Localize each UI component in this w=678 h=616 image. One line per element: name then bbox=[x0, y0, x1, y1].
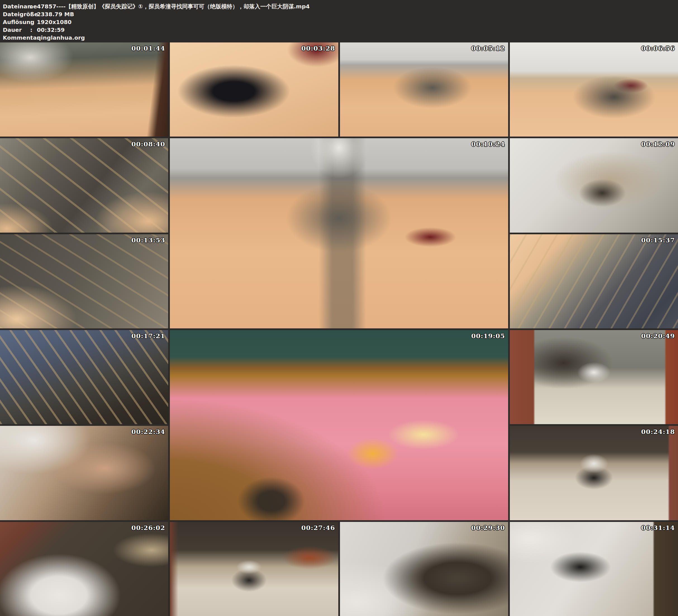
video-frame-thumbnail: 00:08:40 bbox=[0, 138, 168, 232]
timestamp-overlay: 00:13:53 bbox=[131, 236, 165, 244]
meta-label: Dauer bbox=[3, 26, 30, 34]
timestamp-overlay: 00:19:05 bbox=[471, 332, 505, 340]
video-frame-thumbnail: 00:29:30 bbox=[340, 522, 508, 616]
duration-value: 00:32:59 bbox=[37, 26, 65, 34]
meta-label: Dateigröße bbox=[3, 10, 30, 18]
timestamp-overlay: 00:20:49 bbox=[641, 332, 675, 340]
video-frame-thumbnail: 00:22:34 bbox=[0, 426, 168, 520]
video-frame-thumbnail: 00:31:14 bbox=[510, 522, 678, 616]
video-frame-thumbnail: 00:13:53 bbox=[0, 234, 168, 329]
comment-value: qinglanhua.org bbox=[37, 34, 85, 42]
video-frame-thumbnail: 00:06:56 bbox=[510, 42, 678, 137]
video-frame-thumbnail-large: 00:10:24 bbox=[170, 138, 508, 329]
video-frame-thumbnail: 00:01:44 bbox=[0, 42, 168, 137]
timestamp-overlay: 00:22:34 bbox=[131, 428, 165, 435]
resolution-value: 1920x1080 bbox=[37, 18, 72, 26]
video-contact-sheet: Dateiname : 47857----【精致原创】《探员失踪记》①，探员希潼… bbox=[0, 0, 678, 616]
timestamp-overlay: 00:08:40 bbox=[131, 140, 165, 148]
timestamp-overlay: 00:15:37 bbox=[641, 236, 675, 244]
timestamp-overlay: 00:12:09 bbox=[641, 140, 675, 148]
timestamp-overlay: 00:29:30 bbox=[471, 524, 505, 531]
meta-label: Auflösung bbox=[3, 18, 30, 26]
meta-row-filesize: Dateigröße : 2338.79 MB bbox=[3, 10, 674, 18]
meta-row-duration: Dauer : 00:32:59 bbox=[3, 26, 674, 34]
meta-separator: : bbox=[30, 26, 37, 34]
timestamp-overlay: 00:31:14 bbox=[641, 524, 675, 531]
video-frame-thumbnail: 00:20:49 bbox=[510, 330, 678, 424]
timestamp-overlay: 00:27:46 bbox=[301, 524, 335, 531]
filename-value: 47857----【精致原创】《探员失踪记》①，探员希潼寻找同事可可（绝版模特）… bbox=[37, 2, 309, 10]
timestamp-overlay: 00:24:18 bbox=[641, 428, 675, 435]
meta-label: Kommentar bbox=[3, 34, 30, 42]
meta-row-comment: Kommentar : qinglanhua.org bbox=[3, 34, 674, 42]
video-frame-thumbnail: 00:05:12 bbox=[340, 42, 508, 137]
meta-separator: : bbox=[30, 2, 37, 10]
meta-label: Dateiname bbox=[3, 2, 30, 10]
video-frame-thumbnail: 00:12:09 bbox=[510, 138, 678, 232]
meta-row-filename: Dateiname : 47857----【精致原创】《探员失踪记》①，探员希潼… bbox=[3, 2, 674, 10]
timestamp-overlay: 00:05:12 bbox=[471, 44, 505, 52]
video-frame-thumbnail: 00:27:46 bbox=[170, 522, 338, 616]
video-frame-thumbnail: 00:17:21 bbox=[0, 330, 168, 424]
timestamp-overlay: 00:17:21 bbox=[131, 332, 165, 340]
thumbnail-grid: 00:01:44 00:03:28 00:05:12 00:06:56 00:0… bbox=[0, 42, 678, 616]
meta-row-resolution: Auflösung : 1920x1080 bbox=[3, 18, 674, 26]
video-frame-thumbnail-large: 00:19:05 bbox=[170, 330, 508, 520]
filesize-value: 2338.79 MB bbox=[37, 10, 74, 18]
timestamp-overlay: 00:26:02 bbox=[131, 524, 165, 531]
timestamp-overlay: 00:03:28 bbox=[301, 44, 335, 52]
timestamp-overlay: 00:10:24 bbox=[471, 140, 505, 148]
meta-separator: : bbox=[30, 18, 37, 26]
meta-separator: : bbox=[30, 34, 37, 42]
video-frame-thumbnail: 00:15:37 bbox=[510, 234, 678, 329]
timestamp-overlay: 00:01:44 bbox=[131, 44, 165, 52]
video-frame-thumbnail: 00:24:18 bbox=[510, 426, 678, 520]
video-frame-thumbnail: 00:03:28 bbox=[170, 42, 338, 137]
video-frame-thumbnail: 00:26:02 bbox=[0, 522, 168, 616]
meta-separator: : bbox=[30, 10, 37, 18]
file-info-header: Dateiname : 47857----【精致原创】《探员失踪记》①，探员希潼… bbox=[0, 0, 678, 42]
timestamp-overlay: 00:06:56 bbox=[641, 44, 675, 52]
